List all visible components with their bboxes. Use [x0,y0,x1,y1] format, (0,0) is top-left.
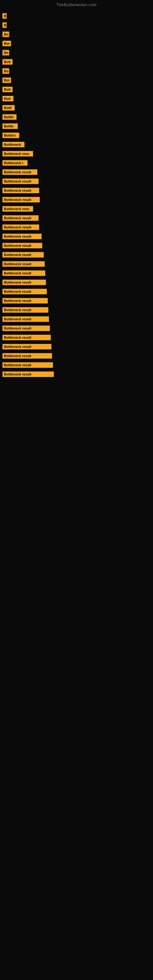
label-badge: Bottleneck result [2,188,39,193]
list-item: Bottleneck result [2,223,153,232]
list-item: Bottleneck result [2,324,153,333]
label-badge: Bottleneck result [2,270,45,276]
list-item: Bottl [2,103,153,112]
label-badge: Bott [2,87,13,92]
label-badge: Bottleneck result [2,317,49,322]
label-badge: Bott [2,96,13,101]
list-item: Bottleneck [2,140,153,149]
label-badge: Bott [2,59,13,65]
label-badge: Bottleneck result [2,252,44,258]
list-item: Bottleneck result [2,259,153,269]
list-item: Bottle [2,122,153,131]
label-badge: Bottleneck resu [2,206,33,212]
label-badge: Bottleneck result [2,197,40,202]
label-badge: Bottleneck resu [2,151,33,156]
label-badge: Bottleneck r [2,160,27,166]
label-badge: Bo [2,32,9,37]
label-badge: Bottleneck result [2,344,51,350]
list-item: Bottleneck result [2,232,153,241]
list-item: Bottlen [2,131,153,140]
label-badge: Bottleneck result [2,169,37,175]
list-item: Bottleneck result [2,296,153,305]
items-container: BBBoBotBoBottBoBotBottBottBottlBottleBot… [0,8,153,382]
list-item: Bottleneck result [2,177,153,186]
label-badge: Bottleneck result [2,280,46,285]
list-item: B [2,11,153,21]
label-badge: Bottleneck result [2,362,53,368]
label-badge: Bot [2,78,11,83]
label-badge: Bottleneck result [2,224,39,230]
label-badge: Bottl [2,105,15,111]
list-item: Bott [2,85,153,94]
label-badge: Bottleneck result [2,353,52,359]
list-item: Bot [2,39,153,48]
label-badge: Bottleneck result [2,243,42,248]
list-item: Bottleneck result [2,287,153,296]
list-item: B [2,21,153,30]
label-badge: Bo [2,68,9,74]
list-item: Bottleneck result [2,241,153,250]
label-badge: Bottlen [2,133,19,138]
list-item: Bottleneck result [2,351,153,360]
list-item: Bottleneck result [2,315,153,324]
list-item: Bot [2,76,153,85]
list-item: Bottleneck result [2,269,153,278]
list-item: Bo [2,30,153,39]
label-badge: Bottleneck result [2,335,51,340]
list-item: Bottleneck result [2,195,153,204]
label-badge: Bottle [2,114,16,120]
list-item: Bottleneck result [2,360,153,370]
label-badge: Bottleneck [2,142,24,147]
list-item: Bottleneck result [2,370,153,379]
label-badge: Bottleneck result [2,307,48,313]
label-badge: Bottleneck result [2,261,45,267]
list-item: Bottleneck result [2,213,153,223]
list-item: Bottleneck result [2,250,153,259]
list-item: Bo [2,67,153,76]
label-badge: Bottle [2,123,18,129]
list-item: Bottle [2,112,153,122]
label-badge: Bo [2,50,9,56]
list-item: Bott [2,94,153,103]
list-item: Bo [2,48,153,57]
label-badge: Bot [2,41,11,46]
label-badge: Bottleneck result [2,215,38,221]
label-badge: B [2,22,7,28]
list-item: Bottleneck result [2,278,153,287]
label-badge: Bottleneck result [2,371,54,377]
list-item: Bottleneck result [2,186,153,195]
list-item: Bottleneck r [2,158,153,167]
list-item: Bottleneck resu [2,204,153,213]
label-badge: Bottleneck result [2,326,50,331]
list-item: Bottleneck resu [2,149,153,158]
label-badge: Bottleneck result [2,234,41,239]
label-badge: Bottleneck result [2,178,38,184]
label-badge: B [2,13,7,19]
list-item: Bott [2,57,153,67]
list-item: Bottleneck result [2,305,153,315]
label-badge: Bottleneck result [2,289,47,294]
site-title: TheBottlenecker.com [0,0,153,8]
list-item: Bottleneck result [2,342,153,351]
label-badge: Bottleneck result [2,298,48,304]
list-item: Bottleneck result [2,167,153,177]
list-item: Bottleneck result [2,333,153,342]
